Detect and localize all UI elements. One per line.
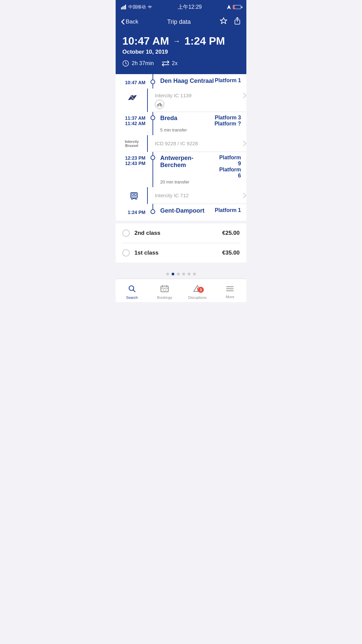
stop3-header: Antwerpen-Berchem Platform 9 Platform 6: [160, 155, 241, 179]
ticket-2nd-price: €25.00: [222, 230, 240, 236]
stop2-header: Breda Platform 3 Platform ?: [160, 115, 241, 127]
stop-den-haag: 10:47 AM Den Haag Centraal Platform 1: [116, 74, 246, 89]
stop4-time: 1:24 PM: [128, 210, 145, 215]
stop3-arrive: 12:23 PM: [121, 155, 145, 161]
ticket-1st-class[interactable]: 1st class €35.00: [122, 243, 240, 263]
svg-rect-11: [132, 194, 134, 195]
segment1-service-row[interactable]: Intercity IC 1139: [155, 89, 246, 100]
dot-3[interactable]: [182, 273, 185, 275]
svg-rect-0: [121, 7, 122, 9]
transfers-item: 2x: [162, 60, 178, 66]
stop-breda: 11:37 AM 11:42 AM Breda Platform 3 Platf…: [116, 112, 246, 135]
train-icon: [129, 191, 139, 201]
stop2-arrive: 11:37 AM: [121, 115, 145, 121]
segment1-amenities: [155, 100, 246, 112]
svg-point-14: [135, 198, 137, 200]
ticket-2nd-left: 2nd class: [122, 229, 161, 237]
stop1-name: Den Haag Centraal: [160, 77, 214, 85]
tab-bookings-label: Bookings: [157, 296, 172, 300]
segment3-service: Intercity IC 712: [155, 193, 189, 198]
stop2-transfer: 5 min transfer: [160, 127, 241, 132]
tab-bar: Search Bookings 3 Disruptions: [116, 279, 246, 302]
segment3: Intercity IC 712: [116, 187, 246, 204]
stop2-platform-arrive: Platform 3: [215, 115, 241, 121]
status-right: [227, 5, 241, 9]
duration-label: 2h 37min: [132, 60, 154, 66]
search-icon: [128, 285, 136, 293]
stop4-dot: [150, 209, 155, 214]
battery-icon: [233, 5, 241, 9]
tab-search[interactable]: Search: [116, 279, 148, 302]
svg-rect-2: [124, 6, 125, 9]
carrier-label: 中国移动: [128, 4, 146, 10]
stop3-transfer: 20 min transfer: [160, 179, 241, 184]
bicycle-icon: [157, 102, 162, 107]
status-left: 中国移动: [121, 4, 153, 10]
stop2-dot: [150, 115, 155, 120]
trip-meta: 2h 37min 2x: [122, 60, 240, 67]
back-label: Back: [126, 18, 138, 25]
dot-1[interactable]: [172, 273, 174, 275]
stop1-time: 10:47 AM: [125, 80, 145, 85]
ticket-1st-price: €35.00: [222, 250, 240, 256]
chevron-right-icon: [243, 93, 246, 98]
dot-2[interactable]: [177, 273, 180, 275]
stop3-depart: 12:43 PM: [121, 161, 145, 166]
favorite-icon[interactable]: [220, 17, 228, 27]
stop1-dot: [150, 79, 155, 84]
timeline-container: 10:47 AM Den Haag Centraal Platform 1: [116, 74, 246, 221]
ticket-2nd-radio[interactable]: [122, 229, 130, 237]
arrive-time: 1:24 PM: [184, 35, 225, 47]
svg-rect-1: [122, 6, 123, 9]
bike-icon: [155, 100, 164, 109]
back-button[interactable]: Back: [121, 18, 138, 25]
trip-times: 10:47 AM → 1:24 PM: [122, 35, 240, 47]
trip-date: October 10, 2019: [122, 49, 240, 55]
tab-disruptions[interactable]: 3 Disruptions: [181, 279, 214, 302]
ticket-2nd-class[interactable]: 2nd class €25.00: [122, 223, 240, 243]
search-icon-wrap: [128, 285, 136, 294]
segment1-service: Intercity IC 1139: [155, 93, 191, 98]
svg-rect-12: [134, 194, 136, 195]
wifi-icon: [147, 5, 153, 9]
status-time: 上午12:29: [178, 4, 202, 11]
stop-antwerpen: 12:23 PM 12:43 PM Antwerpen-Berchem Plat…: [116, 152, 246, 187]
chevron-right-icon2: [243, 141, 246, 146]
tab-more[interactable]: More: [214, 279, 247, 302]
segment2-service-row[interactable]: ICD 9228 / IC 9228: [155, 137, 246, 148]
stop4-header: Gent-Dampoort Platform 1: [160, 207, 241, 214]
ticket-1st-left: 1st class: [122, 249, 159, 257]
chevron-right-icon3: [243, 193, 246, 198]
dot-0[interactable]: [166, 273, 169, 275]
segment2: IntercityBrussel ICD 9228 / IC 9228: [116, 135, 246, 152]
dot-5[interactable]: [193, 273, 196, 275]
page-indicators: [116, 268, 246, 279]
disruptions-icon-wrap: 3: [193, 285, 202, 294]
segment2-service: ICD 9228 / IC 9228: [155, 141, 198, 146]
arrow-icon: →: [173, 37, 180, 46]
dot-4[interactable]: [188, 273, 190, 275]
duration-item: 2h 37min: [122, 60, 154, 67]
back-chevron-icon: [121, 19, 124, 24]
section-divider2: [116, 263, 246, 268]
trip-header: 10:47 AM → 1:24 PM October 10, 2019 2h 3…: [116, 32, 246, 74]
svg-point-13: [131, 198, 133, 200]
stop3-platform-arrive: Platform 9: [216, 155, 241, 167]
ticket-section: 2nd class €25.00 1st class €35.00: [116, 223, 246, 263]
tab-bookings[interactable]: Bookings: [148, 279, 181, 302]
tab-disruptions-label: Disruptions: [188, 296, 206, 300]
stop4-name: Gent-Dampoort: [160, 207, 204, 214]
stop2-platform-depart: Platform ?: [215, 121, 241, 127]
nav-bar: Back Trip data: [116, 13, 246, 32]
share-icon[interactable]: [234, 17, 241, 27]
ticket-1st-label: 1st class: [134, 250, 159, 256]
ns-logo-icon: [126, 93, 139, 103]
ticket-1st-radio[interactable]: [122, 249, 130, 257]
tab-more-label: More: [226, 295, 234, 299]
segment3-service-row[interactable]: Intercity IC 712: [155, 189, 246, 200]
section-divider: [116, 221, 246, 223]
stop2-depart: 11:42 AM: [121, 121, 145, 126]
page-title: Trip data: [167, 18, 191, 25]
svg-rect-3: [125, 5, 126, 9]
more-icon: [226, 285, 234, 292]
